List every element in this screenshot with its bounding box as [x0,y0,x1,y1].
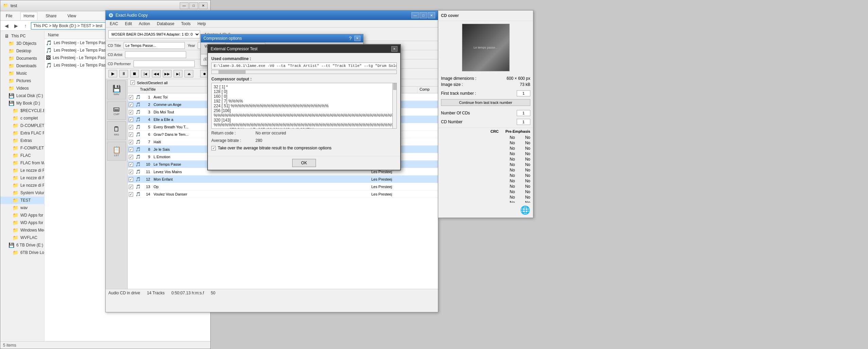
sidebar-item-extras[interactable]: 📁Extras [0,137,44,144]
table-row[interactable]: 🎵12Mon EnfantLes Presteej [128,176,438,183]
pause-button[interactable]: ⏸ [119,70,128,77]
sidebar-item-nozze2[interactable]: 📁Le nozze di Figaro [0,174,44,182]
track-checkbox[interactable] [129,132,133,137]
rewind-button[interactable]: ◀◀ [152,70,161,77]
compression-dialog-close[interactable]: ✕ [354,36,360,41]
menu-tools[interactable]: Tools [178,21,193,27]
drive-icon-3[interactable]: 🗒 IMG [107,121,126,140]
cd-title-input[interactable] [124,42,185,49]
commandline-scrollbar[interactable] [211,70,397,74]
next-track-button[interactable]: ▶| [174,70,182,77]
maximize-button[interactable]: □ [189,2,198,9]
sidebar-item-localc[interactable]: 💾Local Disk (C:) [0,92,44,99]
sidebar-item-nozze3[interactable]: 📁Le nozze di Figaro [0,182,44,189]
up-button[interactable]: ↑ [21,22,30,30]
sidebar-item-nozze1[interactable]: 📁Le nozze di Figaro [0,167,44,174]
play-button[interactable]: ▶ [108,70,117,77]
output-scrollbar-thumb[interactable] [393,83,396,90]
table-row[interactable]: 🎵13OpLes Presteej [128,183,438,190]
forward-button[interactable]: ▶ [12,22,20,30]
sidebar-item-3dobjects[interactable]: 📁3D Objects [0,40,44,47]
first-track-input[interactable] [517,90,530,96]
continue-last-track-button[interactable]: Continue from last track number [441,99,530,106]
sidebar-item-downloads[interactable]: 📁Downloads [0,62,44,70]
drive-icon-1[interactable]: 💾 WAV [107,80,126,99]
ect-close-button[interactable]: ✕ [391,46,397,52]
menu-database[interactable]: Database [154,21,177,27]
track-checkbox[interactable] [129,155,133,159]
track-checkbox[interactable] [129,147,133,152]
track-checkbox[interactable] [129,170,133,174]
close-button[interactable]: ✕ [199,2,208,9]
scrollbar-thumb[interactable] [218,70,246,74]
sidebar-item-wav[interactable]: 📁wav [0,204,44,212]
track-checkbox[interactable] [129,162,133,167]
table-row[interactable]: 🎵14Voulez Vous DanserLes Presteej [128,190,438,198]
track-checkbox[interactable] [129,185,133,189]
sidebar-item-desktop[interactable]: 📁Desktop [0,47,44,55]
drive-select[interactable]: MOSER BAER DH-20A3S 9M74 Adapter: 1 ID: … [108,30,200,38]
take-over-checkbox[interactable] [211,146,216,150]
eac-minimize-button[interactable]: — [411,12,419,18]
sidebar-item-flac[interactable]: 📁FLAC [0,152,44,159]
sidebar-item-windowsmedia[interactable]: 📁Windows Media Au... [0,226,44,234]
num-cds-input[interactable] [517,110,530,116]
drive-icon-2[interactable]: 🖴 CMP [107,101,126,120]
help-icon[interactable]: ? [349,36,352,41]
eject-button[interactable]: ⏏ [184,70,193,77]
eac-maximize-button[interactable]: □ [420,12,427,18]
sidebar-item-mybook[interactable]: 💾My Book (D:) [0,99,44,107]
drive-icon: 📋 [112,146,121,154]
sidebar-item-wdwind[interactable]: 📁WD Apps for Wind... [0,219,44,226]
track-checkbox[interactable] [129,140,133,144]
cd-artist-input[interactable] [125,51,186,58]
sidebar-item-6tb[interactable]: 💾6 TB Drive (E:) [0,241,44,249]
sidebar-item-recycle[interactable]: 📁$RECYCLE.BIN [0,107,44,114]
track-checkbox[interactable] [129,117,133,122]
sidebar-item-ccomplet[interactable]: 📁c complet [0,114,44,122]
sidebar-item-music[interactable]: 📁Music [0,70,44,77]
minimize-button[interactable]: — [180,2,189,9]
menu-action[interactable]: Action [136,21,153,27]
sidebar-item-dcomplete[interactable]: 📁D-COMPLETE [0,122,44,129]
sidebar-item-extraflac[interactable]: 📁Extra FLAC Files [0,129,44,137]
ffwd-button[interactable]: ▶▶ [163,70,172,77]
sidebar-item-sysvolume[interactable]: 📁System Volume Inf... [0,189,44,197]
sidebar-item-fcomplete[interactable]: 📁F-COMPLETE [0,144,44,152]
sidebar-item-pictures[interactable]: 📁Pictures [0,77,44,85]
sidebar-item-thispc[interactable]: 🖥This PC [0,32,44,40]
cd-number-input[interactable] [517,119,530,125]
track-checkbox[interactable] [129,125,133,129]
track-checkbox[interactable] [129,110,133,114]
menu-edit[interactable]: Edit [122,21,135,27]
cd-performer-input[interactable] [134,60,195,67]
sidebar-item-documents[interactable]: 📁Documents [0,55,44,62]
select-all-checkbox[interactable] [130,80,135,85]
ect-dialog-body: Used commandline : E:\lame-3.96.1\lame.e… [208,53,400,156]
drive-icon-4[interactable]: 📋 LST [107,142,126,161]
prev-track-button[interactable]: |◀ [141,70,150,77]
menu-help[interactable]: Help [195,21,209,27]
ect-ok-button[interactable]: OK [292,159,316,167]
sidebar-item-videos[interactable]: 📁Videos [0,85,44,92]
sidebar-item-test[interactable]: 📁TEST [0,197,44,204]
sidebar-item-flacwv[interactable]: 📁FLAC from WV [0,159,44,167]
sidebar-item-6tblossless[interactable]: 📁6TB Drive Lossless A... [0,249,44,256]
sidebar-item-wdmac[interactable]: 📁WD Apps for Mac [0,212,44,219]
pre-val: No [525,189,530,194]
ribbon-tab-share[interactable]: Share [43,12,59,20]
pre-val: No [525,179,530,183]
ribbon-tab-home[interactable]: Home [20,12,37,20]
sidebar-item-wvflac[interactable]: 📁WVFLAC [0,234,44,241]
track-checkbox[interactable] [129,192,133,197]
back-button[interactable]: ◀ [2,22,11,30]
menu-eac[interactable]: EAC [107,21,121,27]
track-checkbox[interactable] [129,95,133,99]
track-checkbox[interactable] [129,177,133,182]
stop-button[interactable]: ⏹ [130,70,139,77]
eac-close-button[interactable]: ✕ [428,12,435,18]
ribbon-tab-view[interactable]: View [65,12,79,20]
ribbon-tab-file[interactable]: File [3,12,15,20]
track-checkbox[interactable] [129,103,133,107]
output-scrollbar[interactable] [392,83,396,128]
